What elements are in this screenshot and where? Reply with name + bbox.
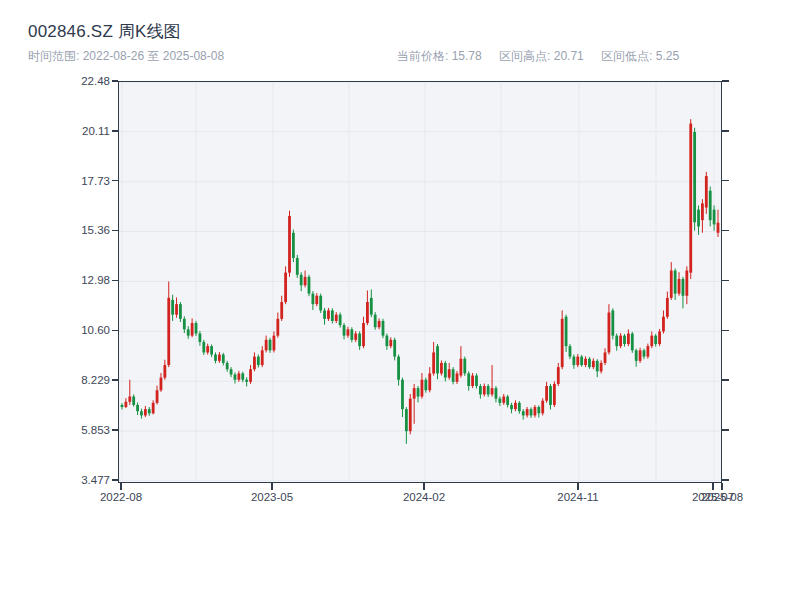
candle-body	[226, 363, 229, 369]
candle-body	[121, 405, 124, 407]
candle-body	[666, 298, 669, 317]
candle-body	[292, 233, 295, 258]
y-axis-tick-right	[722, 429, 729, 431]
candle-body	[541, 401, 544, 414]
plot-area	[118, 81, 722, 483]
candle-body	[432, 352, 435, 373]
x-axis-tick	[577, 483, 579, 490]
y-axis-tick-label: 10.60	[56, 324, 110, 336]
candle-body	[635, 350, 638, 360]
candle-body	[191, 323, 194, 336]
candle-body	[156, 390, 159, 403]
candle-body	[483, 386, 486, 394]
x-axis-tick-label: 2024-11	[546, 491, 610, 504]
candle-body	[183, 319, 186, 329]
candle-body	[693, 132, 696, 222]
candle-body	[584, 359, 587, 365]
y-axis-tick	[112, 230, 119, 232]
y-axis-tick-label: 5.853	[56, 424, 110, 436]
candle-body	[479, 386, 482, 394]
candle-body	[588, 359, 591, 367]
candle-body	[561, 319, 564, 367]
current-price-label: 当前价格: 15.78	[397, 49, 482, 63]
candle-body	[436, 346, 439, 373]
candle-body	[140, 411, 143, 415]
candle-body	[245, 380, 248, 382]
y-axis-tick-right	[722, 130, 729, 132]
candle-body	[163, 365, 166, 378]
candle-body	[475, 376, 478, 386]
candle-body	[670, 271, 673, 298]
candle-body	[175, 304, 178, 314]
candle-body	[502, 397, 505, 403]
candle-body	[308, 277, 311, 294]
candle-body	[160, 378, 163, 391]
candle-body	[401, 380, 404, 409]
candle-body	[331, 310, 334, 320]
candle-body	[230, 369, 233, 374]
candle-body	[549, 386, 552, 405]
candle-body	[397, 357, 400, 380]
candle-body	[234, 374, 237, 379]
candle-body	[467, 373, 470, 386]
y-axis-tick	[112, 479, 119, 481]
candle-body	[319, 296, 322, 311]
page-title: 002846.SZ 周K线图	[28, 20, 181, 43]
candle-body	[218, 355, 221, 361]
period-low-label: 区间低点: 5.25	[601, 49, 679, 63]
candle-body	[534, 407, 537, 415]
candle-body	[261, 350, 264, 365]
candle-body	[413, 388, 416, 398]
candle-body	[265, 340, 268, 350]
candle-body	[701, 203, 704, 220]
candle-body	[132, 397, 135, 405]
candle-body	[370, 298, 373, 315]
candle-body	[674, 271, 677, 294]
candle-body	[709, 191, 712, 220]
candle-body	[456, 373, 459, 381]
y-axis-tick	[112, 130, 119, 132]
y-axis-tick-right	[722, 479, 729, 481]
kline-chart-page: 002846.SZ 周K线图 时间范围: 2022-08-26 至 2025-0…	[0, 0, 800, 600]
candle-body	[650, 336, 653, 346]
candle-body	[358, 334, 361, 347]
candle-body	[269, 340, 272, 350]
candle-body	[393, 340, 396, 357]
price-info-group: 当前价格: 15.78 区间高点: 20.71 区间低点: 5.25	[397, 48, 693, 65]
candle-body	[350, 329, 353, 339]
candle-body	[572, 357, 575, 365]
candle-body	[187, 329, 190, 335]
candle-body	[522, 411, 525, 415]
candle-body	[498, 399, 501, 403]
candle-body	[487, 386, 490, 394]
candle-body	[152, 403, 155, 413]
candle-body	[253, 357, 256, 370]
candle-body	[662, 317, 665, 332]
candle-body	[276, 319, 279, 336]
candle-body	[202, 342, 205, 352]
x-axis-tick	[120, 483, 122, 490]
y-axis-tick	[112, 280, 119, 282]
candle-body	[167, 298, 170, 365]
y-axis-tick-right	[722, 330, 729, 332]
candle-body	[600, 363, 603, 371]
candle-body	[249, 369, 252, 382]
candle-body	[335, 315, 338, 321]
candle-body	[374, 315, 377, 328]
candle-body	[300, 275, 303, 285]
candle-body	[128, 397, 131, 402]
candle-body	[405, 409, 408, 431]
candle-body	[452, 369, 455, 382]
candle-body	[689, 124, 692, 273]
candle-body	[124, 402, 127, 407]
candle-body	[697, 210, 700, 227]
x-axis-tick-label: 2024-02	[392, 491, 456, 504]
candle-body	[210, 346, 213, 354]
candle-body	[530, 409, 533, 415]
candle-body	[608, 313, 611, 353]
candle-body	[409, 399, 412, 432]
y-axis-tick-right	[722, 80, 729, 82]
candle-body	[537, 407, 540, 413]
candle-body	[323, 310, 326, 318]
candle-body	[619, 336, 622, 346]
